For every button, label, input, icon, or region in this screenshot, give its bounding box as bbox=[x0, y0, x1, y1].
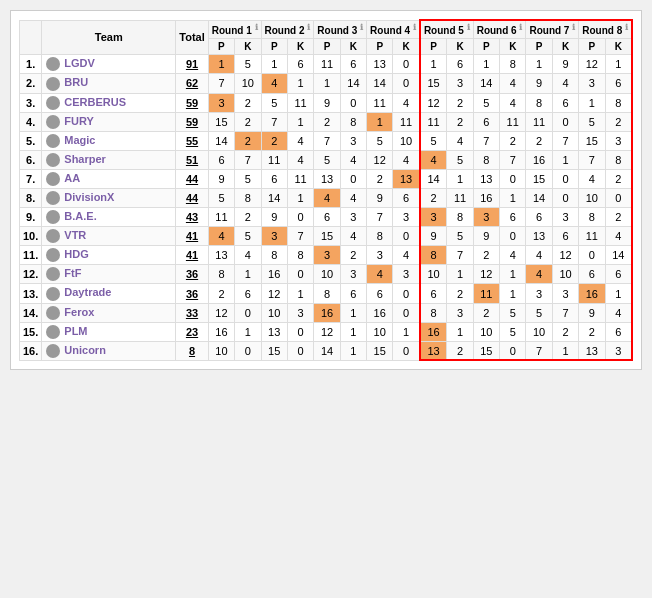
score-cell: 6 bbox=[393, 188, 420, 207]
r6-p: P bbox=[473, 39, 499, 55]
score-cell: 6 bbox=[314, 208, 340, 227]
score-cell: 4 bbox=[552, 74, 578, 93]
team-icon bbox=[46, 96, 60, 110]
score-cell: 13 bbox=[314, 169, 340, 188]
score-cell: 1 bbox=[447, 169, 473, 188]
score-cell: 11 bbox=[367, 93, 393, 112]
score-cell: 16 bbox=[367, 303, 393, 322]
total-cell: 91 bbox=[176, 55, 208, 74]
score-cell: 3 bbox=[447, 303, 473, 322]
score-cell: 5 bbox=[447, 150, 473, 169]
score-cell: 7 bbox=[367, 208, 393, 227]
total-cell: 44 bbox=[176, 188, 208, 207]
score-cell: 13 bbox=[579, 341, 605, 360]
score-cell: 5 bbox=[314, 150, 340, 169]
score-cell: 1 bbox=[287, 284, 313, 303]
table-row: 5.Magic551422473510547227153 bbox=[20, 131, 633, 150]
r7-k: K bbox=[552, 39, 578, 55]
rank-cell: 8. bbox=[20, 188, 42, 207]
table-row: 7.AA449561113021314113015042 bbox=[20, 169, 633, 188]
table-row: 6.Sharper516711454124458716178 bbox=[20, 150, 633, 169]
score-cell: 10 bbox=[208, 341, 234, 360]
score-cell: 2 bbox=[314, 112, 340, 131]
score-cell: 3 bbox=[314, 246, 340, 265]
score-cell: 16 bbox=[526, 150, 552, 169]
score-cell: 8 bbox=[261, 246, 287, 265]
score-cell: 3 bbox=[473, 208, 499, 227]
team-header: Team bbox=[42, 20, 176, 55]
score-cell: 8 bbox=[605, 93, 632, 112]
score-cell: 1 bbox=[605, 284, 632, 303]
score-cell: 0 bbox=[393, 74, 420, 93]
score-cell: 16 bbox=[473, 188, 499, 207]
score-cell: 1 bbox=[208, 55, 234, 74]
score-cell: 3 bbox=[552, 208, 578, 227]
score-cell: 11 bbox=[287, 93, 313, 112]
rank-header bbox=[20, 20, 42, 55]
score-cell: 8 bbox=[287, 246, 313, 265]
total-cell: 55 bbox=[176, 131, 208, 150]
score-cell: 10 bbox=[552, 265, 578, 284]
team-name-cell: Sharper bbox=[42, 150, 176, 169]
score-cell: 4 bbox=[314, 188, 340, 207]
score-cell: 11 bbox=[208, 208, 234, 227]
round8-header: Round 8 ℹ bbox=[579, 20, 632, 39]
total-cell: 41 bbox=[176, 227, 208, 246]
score-cell: 0 bbox=[287, 322, 313, 341]
score-cell: 5 bbox=[235, 227, 261, 246]
table-row: 2.BRU62710411141401531449436 bbox=[20, 74, 633, 93]
score-cell: 0 bbox=[393, 55, 420, 74]
team-name-label: BRU bbox=[64, 76, 88, 88]
score-cell: 13 bbox=[261, 322, 287, 341]
score-cell: 16 bbox=[208, 322, 234, 341]
total-cell: 8 bbox=[176, 341, 208, 360]
score-cell: 2 bbox=[473, 246, 499, 265]
score-cell: 2 bbox=[605, 169, 632, 188]
team-name-label: CERBERUS bbox=[64, 96, 126, 108]
team-name-cell: Daytrade bbox=[42, 284, 176, 303]
team-icon bbox=[46, 306, 60, 320]
score-cell: 6 bbox=[340, 55, 366, 74]
score-cell: 2 bbox=[235, 131, 261, 150]
score-cell: 15 bbox=[208, 112, 234, 131]
score-cell: 6 bbox=[579, 265, 605, 284]
r2-p: P bbox=[261, 39, 287, 55]
score-cell: 11 bbox=[526, 112, 552, 131]
score-cell: 2 bbox=[235, 93, 261, 112]
score-cell: 2 bbox=[473, 303, 499, 322]
team-name-label: VTR bbox=[64, 229, 86, 241]
score-cell: 6 bbox=[340, 284, 366, 303]
table-row: 10.VTR414537154809590136114 bbox=[20, 227, 633, 246]
rank-cell: 2. bbox=[20, 74, 42, 93]
score-cell: 0 bbox=[287, 341, 313, 360]
score-cell: 0 bbox=[552, 188, 578, 207]
score-cell: 0 bbox=[393, 284, 420, 303]
table-row: 15.PLM2316113012110116110510226 bbox=[20, 322, 633, 341]
total-cell: 51 bbox=[176, 150, 208, 169]
score-cell: 2 bbox=[447, 93, 473, 112]
score-cell: 6 bbox=[605, 322, 632, 341]
score-cell: 6 bbox=[420, 284, 447, 303]
round4-header: Round 4 ℹ bbox=[367, 20, 420, 39]
score-cell: 0 bbox=[500, 227, 526, 246]
team-name-label: FtF bbox=[64, 267, 81, 279]
score-cell: 16 bbox=[314, 303, 340, 322]
score-cell: 0 bbox=[552, 169, 578, 188]
score-cell: 12 bbox=[473, 265, 499, 284]
score-cell: 8 bbox=[420, 303, 447, 322]
score-cell: 14 bbox=[367, 74, 393, 93]
score-cell: 3 bbox=[393, 265, 420, 284]
score-cell: 4 bbox=[208, 227, 234, 246]
score-cell: 10 bbox=[261, 303, 287, 322]
score-cell: 4 bbox=[605, 227, 632, 246]
score-cell: 2 bbox=[235, 208, 261, 227]
score-cell: 0 bbox=[552, 112, 578, 131]
team-name-label: HDG bbox=[64, 248, 88, 260]
score-cell: 2 bbox=[367, 169, 393, 188]
r2-k: K bbox=[287, 39, 313, 55]
team-name-cell: FtF bbox=[42, 265, 176, 284]
score-cell: 10 bbox=[235, 74, 261, 93]
score-cell: 9 bbox=[420, 227, 447, 246]
team-name-cell: LGDV bbox=[42, 55, 176, 74]
score-cell: 1 bbox=[420, 55, 447, 74]
